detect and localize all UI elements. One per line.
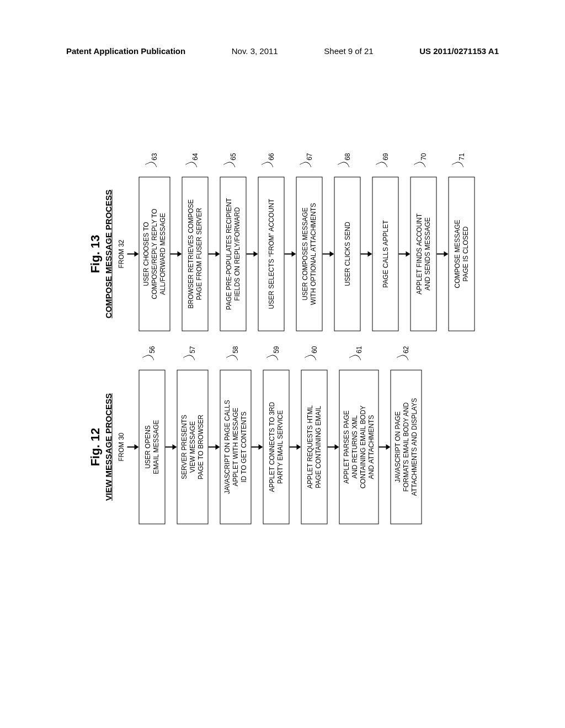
fig12-label: Fig. 12 [88, 427, 103, 466]
step-text: APPLET PARSES PAGE AND RETURNS XML CONTA… [343, 405, 376, 489]
arrow-icon [285, 251, 296, 256]
fig12-step-61: APPLET PARSES PAGE AND RETURNS XML CONTA… [339, 370, 379, 524]
ref-tag: 64 [190, 153, 200, 169]
step-text: APPLET CONNECTS TO 3RD PARTY EMAIL SERVI… [268, 402, 285, 491]
fig12-step-58: JAVASCRIPT ON PAGE CALLS APPLET WITH MES… [220, 370, 252, 524]
fig12-step-56: USER OPENS EMAIL MESSAGE 56 [139, 370, 166, 524]
arrow-icon [399, 251, 411, 256]
fig12-step-57: SERVER PRESENTS VIEW MESSAGE PAGE TO BRO… [177, 370, 209, 524]
ref-tag: 65 [228, 153, 238, 169]
step-text: SERVER PRESENTS VIEW MESSAGE PAGE TO BRO… [180, 414, 205, 479]
publication-date: Nov. 3, 2011 [232, 46, 278, 56]
fig13-step-66: USER SELECTS “FROM” ACCOUNT 66 [258, 176, 285, 331]
fig12-subtitle: VIEW MESSAGE PROCESS [104, 393, 113, 500]
fig12-from: FROM 30 [118, 432, 125, 461]
step-text: USER CHOOSES TO COMPOSE/REPLY REPLY TO A… [142, 208, 167, 299]
ref-tag: 68 [343, 153, 353, 169]
ref-tag: 58 [231, 346, 241, 362]
sheet-number: Sheet 9 of 21 [324, 46, 373, 56]
ref-tag: 69 [381, 153, 391, 169]
arrow-icon [127, 251, 139, 256]
ref-tag: 57 [188, 346, 198, 362]
fig12-step-62: JAVASCRIPT ON PAGE FORMATS EMAIL BODY AN… [391, 370, 422, 524]
fig13-step-67: USER COMPOSES MESSAGE WITH OPTIONAL ATTA… [296, 176, 323, 331]
ref-tag: 61 [354, 346, 364, 362]
arrow-icon [290, 444, 301, 449]
arrow-icon [437, 251, 449, 256]
ref-tag: 71 [457, 153, 467, 169]
page-root: Patent Application Publication Nov. 3, 2… [0, 0, 565, 728]
arrow-icon [361, 251, 372, 256]
arrow-icon [328, 444, 339, 449]
step-text: USER COMPOSES MESSAGE WITH OPTIONAL ATTA… [301, 202, 318, 304]
step-text: BROWSER RETRIEVES COMPOSE PAGE FROM FUSE… [187, 199, 204, 308]
fig13-step-69: PAGE CALLS APPLET 69 [372, 176, 399, 331]
step-text: JAVASCRIPT ON PAGE FORMATS EMAIL BODY AN… [394, 398, 419, 495]
ref-tag: 67 [305, 153, 315, 169]
arrow-icon [127, 444, 139, 449]
step-text: APPLET REQUESTS HTML PAGE CONTAINING EMA… [306, 405, 323, 488]
fig13-label: Fig. 13 [88, 234, 103, 273]
fig12-column: Fig. 12 VIEW MESSAGE PROCESS FROM 30 USE… [88, 370, 475, 524]
ref-tag: 66 [266, 153, 276, 169]
step-text: APPLET FINDS ACCOUNT AND SENDS MESSAGE [415, 213, 432, 294]
publication-number: US 2011/0271153 A1 [419, 46, 499, 56]
arrow-icon [323, 251, 334, 256]
fig13-step-64: BROWSER RETRIEVES COMPOSE PAGE FROM FUSE… [182, 176, 209, 331]
fig13-step-63: USER CHOOSES TO COMPOSE/REPLY REPLY TO A… [139, 176, 170, 331]
step-text: PAGE PRE-POPULATES RECIPIENT FIELDS ON R… [225, 198, 242, 310]
arrow-icon [247, 251, 258, 256]
fig13-from: FROM 32 [118, 239, 125, 268]
ref-tag: 63 [150, 153, 159, 169]
diagram-area: Fig. 12 VIEW MESSAGE PROCESS FROM 30 USE… [55, 72, 508, 629]
arrow-icon [209, 444, 220, 449]
arrow-icon [209, 251, 220, 256]
publication-label: Patent Application Publication [66, 46, 185, 56]
fig13-step-70: APPLET FINDS ACCOUNT AND SENDS MESSAGE 7… [411, 176, 437, 331]
fig13-subtitle: COMPOSE MESSAGE PROCESS [104, 189, 113, 318]
arrow-icon [252, 444, 263, 449]
ref-tag: 70 [419, 153, 429, 169]
fig13-step-71: COMPOSE MESSAGE PAGE IS CLOSED 71 [449, 176, 475, 331]
fig13-column: Fig. 13 COMPOSE MESSAGE PROCESS FROM 32 … [88, 176, 475, 331]
step-text: USER CLICKS SEND [343, 222, 351, 286]
page-header: Patent Application Publication Nov. 3, 2… [0, 46, 565, 56]
ref-tag: 56 [147, 346, 157, 362]
step-text: JAVASCRIPT ON PAGE CALLS APPLET WITH MES… [223, 400, 248, 494]
step-text: USER OPENS EMAIL MESSAGE [144, 420, 161, 474]
step-text: USER SELECTS “FROM” ACCOUNT [267, 199, 275, 309]
ref-tag: 60 [310, 346, 319, 362]
fig12-step-60: APPLET REQUESTS HTML PAGE CONTAINING EMA… [301, 370, 328, 524]
fig13-step-65: PAGE PRE-POPULATES RECIPIENT FIELDS ON R… [220, 176, 247, 331]
arrow-icon [379, 444, 391, 449]
ref-tag: 62 [401, 346, 411, 362]
rotated-diagram: Fig. 12 VIEW MESSAGE PROCESS FROM 30 USE… [88, 176, 475, 524]
fig13-step-68: USER CLICKS SEND 68 [334, 176, 361, 331]
arrow-icon [170, 251, 182, 256]
fig12-step-59: APPLET CONNECTS TO 3RD PARTY EMAIL SERVI… [263, 370, 290, 524]
arrow-icon [166, 444, 177, 449]
ref-tag: 59 [271, 346, 281, 362]
step-text: PAGE CALLS APPLET [381, 220, 390, 288]
step-text: COMPOSE MESSAGE PAGE IS CLOSED [454, 220, 470, 288]
